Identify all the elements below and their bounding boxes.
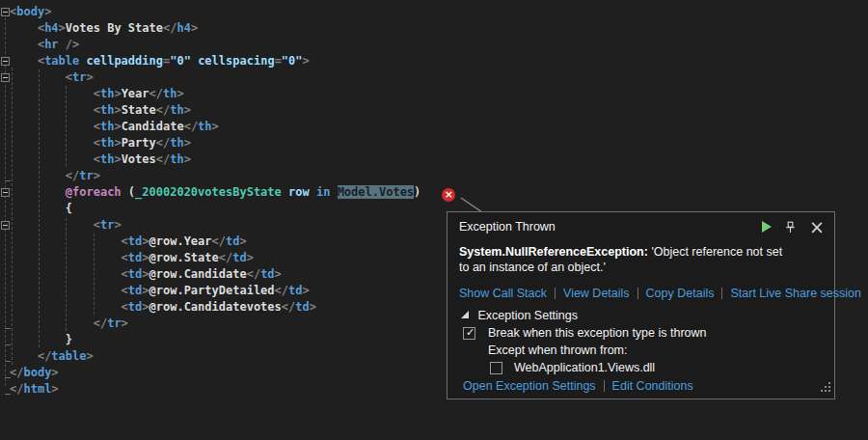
fold-collapse-icon[interactable] [1, 188, 10, 197]
pin-icon[interactable] [784, 221, 797, 234]
code-line[interactable]: { [10, 201, 455, 217]
expander-triangle-icon[interactable] [461, 311, 469, 318]
link-edit-conditions[interactable]: Edit Conditions [612, 379, 693, 393]
link-start-live-share-session[interactable]: Start Live Share session [730, 287, 861, 300]
exception-settings-label: Exception Settings [477, 309, 578, 322]
link-separator [604, 380, 605, 392]
code-line[interactable]: <th>Votes</th> [10, 151, 455, 168]
link-separator [555, 288, 556, 299]
fold-collapse-icon[interactable] [1, 73, 10, 82]
code-line[interactable]: </tr> [10, 316, 455, 332]
fold-collapse-icon[interactable] [1, 57, 10, 66]
link-separator [637, 288, 638, 299]
code-line[interactable]: <td>@row.Candidate</td> [10, 266, 455, 283]
except-when-label: Except when thrown from: [488, 344, 628, 357]
exception-error-icon[interactable]: × [442, 188, 455, 202]
exception-popup: Exception Thrown × System.NullReferenceE… [447, 211, 835, 399]
dll-checkbox[interactable] [490, 362, 502, 374]
code-line[interactable]: <table cellpadding="0" cellspacing="0"> [10, 53, 455, 69]
vs-editor-window: <body> <h4>Votes By State</h4> <hr /> <t… [0, 0, 868, 440]
code-line[interactable]: <th>State</th> [10, 102, 455, 119]
dll-checkbox-label[interactable]: WebApplication1.Views.dll [514, 361, 655, 374]
link-view-details[interactable]: View Details [563, 287, 630, 300]
link-copy-details[interactable]: Copy Details [646, 287, 715, 300]
code-line[interactable]: <td>@row.State</td> [10, 250, 455, 266]
popup-title: Exception Thrown [459, 220, 749, 234]
fold-collapse-icon[interactable] [1, 221, 10, 230]
code-line[interactable]: } [10, 332, 455, 348]
code-line[interactable]: <tr> [10, 69, 455, 86]
code-line[interactable]: <td>@row.PartyDetailed</td> [10, 283, 455, 299]
exception-action-links: Show Call StackView DetailsCopy DetailsS… [448, 275, 834, 300]
exception-settings-links: Open Exception SettingsEdit Conditions [448, 374, 834, 393]
exception-type: System.NullReferenceException: [459, 245, 648, 259]
code-line[interactable]: <td>@row.Candidatevotes</td> [10, 299, 455, 316]
exception-settings-header[interactable]: Exception Settings [461, 309, 834, 322]
code-line[interactable]: <hr /> [10, 37, 455, 53]
code-area: <body> <h4>Votes By State</h4> <hr /> <t… [10, 4, 455, 398]
link-open-exception-settings[interactable]: Open Exception Settings [463, 379, 596, 393]
fold-collapse-icon[interactable] [1, 8, 10, 16]
code-line[interactable]: </tr> [10, 168, 455, 184]
code-line[interactable]: </body> [10, 365, 455, 381]
resize-grip[interactable] [820, 382, 831, 397]
code-line[interactable]: <th>Candidate</th> [10, 119, 455, 135]
link-show-call-stack[interactable]: Show Call Stack [459, 287, 547, 300]
code-line[interactable]: </html> [10, 381, 455, 398]
break-checkbox[interactable]: ✓ [463, 327, 475, 340]
code-line[interactable]: <th>Year</th> [10, 86, 455, 102]
continue-play-icon[interactable] [762, 221, 772, 233]
close-icon[interactable]: × [809, 221, 825, 233]
code-line[interactable]: <td>@row.Year</td> [10, 234, 455, 250]
code-line[interactable]: <tr> [10, 217, 455, 234]
exception-message: System.NullReferenceException: 'Object r… [448, 234, 806, 275]
code-line[interactable]: </table> [10, 348, 455, 365]
code-line[interactable]: <h4>Votes By State</h4> [10, 20, 455, 37]
link-separator [721, 288, 722, 299]
code-line[interactable]: <th>Party</th> [10, 135, 455, 151]
code-line[interactable]: <body> [10, 4, 455, 20]
break-checkbox-label[interactable]: Break when this exception type is thrown [488, 326, 707, 340]
code-line[interactable]: @foreach (_20002020votesByState row in M… [10, 184, 455, 201]
